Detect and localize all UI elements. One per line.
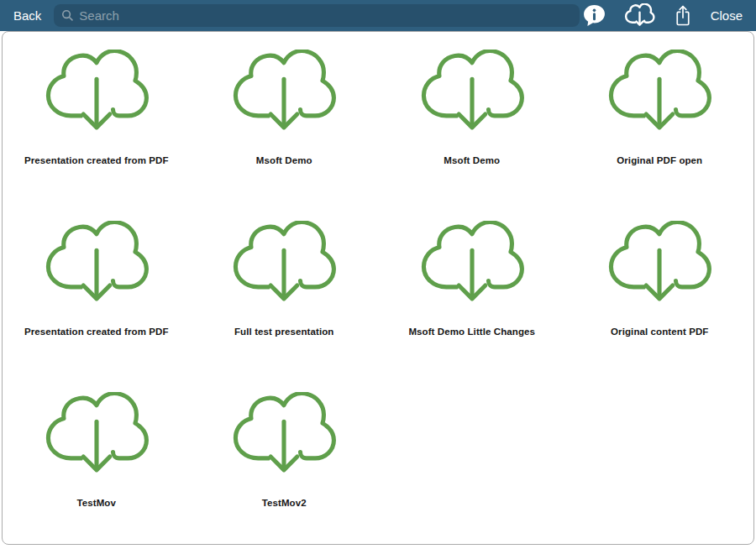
file-name: Msoft Demo xyxy=(256,155,312,165)
info-speech-bubble-icon xyxy=(583,4,606,27)
search-input[interactable] xyxy=(79,8,572,23)
cloud-download-toolbar-icon xyxy=(624,3,655,28)
file-item[interactable]: TestMov xyxy=(3,392,191,545)
file-name: Full test presentation xyxy=(234,327,334,337)
share-icon xyxy=(674,4,692,27)
file-item[interactable]: Original PDF open xyxy=(566,50,754,221)
file-name: Msoft Demo xyxy=(444,155,500,165)
file-item[interactable]: Original content PDF xyxy=(566,221,754,392)
file-name: Presentation created from PDF xyxy=(24,155,169,165)
search-icon xyxy=(61,9,74,22)
toolbar: Back xyxy=(0,0,756,31)
file-name: Original content PDF xyxy=(611,327,708,337)
file-item[interactable]: Msoft Demo xyxy=(378,50,566,221)
file-grid: Presentation created from PDF Msoft Demo… xyxy=(3,32,753,545)
back-button[interactable]: Back xyxy=(13,9,41,22)
cloud-download-icon xyxy=(42,221,151,305)
close-button[interactable]: Close xyxy=(711,9,743,22)
cloud-download-icon xyxy=(605,50,714,133)
file-name: TestMov xyxy=(77,498,117,508)
file-name: Original PDF open xyxy=(617,155,702,165)
file-item[interactable]: TestMov2 xyxy=(191,392,379,545)
cloud-download-icon xyxy=(229,50,339,133)
content-panel: Presentation created from PDF Msoft Demo… xyxy=(2,31,754,545)
toolbar-actions: Close xyxy=(583,3,743,28)
file-name: TestMov2 xyxy=(262,498,307,508)
cloud-download-icon xyxy=(229,221,339,305)
search-field[interactable] xyxy=(54,4,580,27)
file-item[interactable]: Msoft Demo xyxy=(191,50,379,221)
file-item[interactable]: Msoft Demo Little Changes xyxy=(378,221,566,392)
cloud-download-icon xyxy=(417,50,527,133)
info-button[interactable] xyxy=(583,4,606,27)
cloud-download-icon xyxy=(229,392,339,476)
cloud-download-icon xyxy=(417,221,527,305)
cloud-download-button[interactable] xyxy=(624,3,655,28)
cloud-download-icon xyxy=(605,221,714,305)
cloud-download-icon xyxy=(42,50,151,133)
file-item[interactable]: Presentation created from PDF xyxy=(3,221,191,392)
file-item[interactable]: Full test presentation xyxy=(191,221,379,392)
file-name: Msoft Demo Little Changes xyxy=(408,327,535,337)
file-item[interactable]: Presentation created from PDF xyxy=(3,50,191,221)
share-button[interactable] xyxy=(674,4,692,27)
file-name: Presentation created from PDF xyxy=(24,327,169,337)
cloud-download-icon xyxy=(42,392,151,476)
